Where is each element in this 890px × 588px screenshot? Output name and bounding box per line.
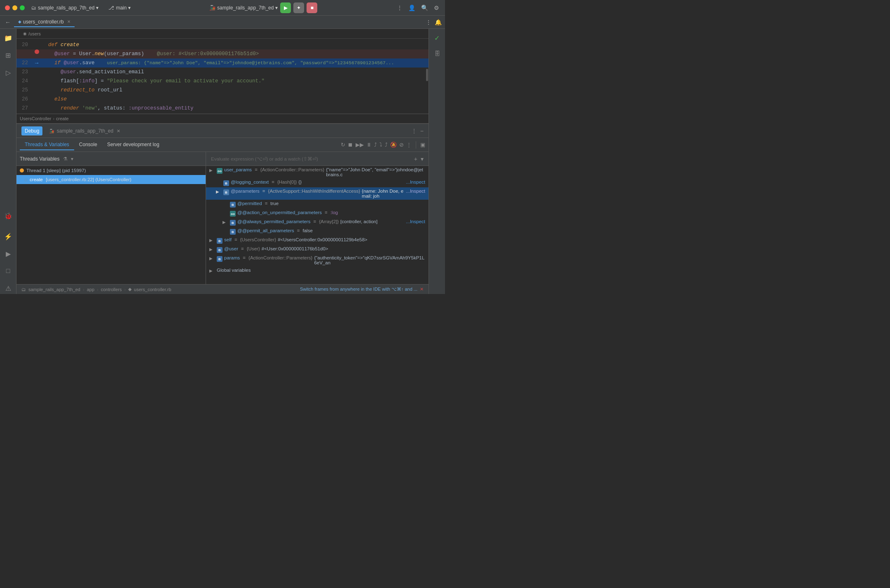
scrollbar-thumb[interactable] [426,69,428,81]
filter-icon[interactable]: ⚗ [63,156,68,162]
code-content-23: @user.send_activation_email [40,68,429,77]
thread-name: Thread 1 [sleep] (pid 15997) [26,168,86,173]
var-icon-params: B [217,256,222,262]
scrollbar-track[interactable] [425,39,429,114]
var-item-logging-context[interactable]: B @logging_context = {Hash[0]} {} ...Ins… [206,178,429,187]
inspect-params[interactable]: ...Inspect [406,189,425,194]
tab-close-icon[interactable]: ✕ [67,19,70,24]
add-watch-icon[interactable]: + [414,156,417,162]
rs-check-icon[interactable]: ✓ [431,32,443,44]
run-button[interactable]: ▶ [280,2,291,13]
search-icon[interactable]: 🔍 [420,4,429,12]
mute-bp-icon[interactable]: 🔕 [390,142,397,148]
debug-tab-more-icon[interactable]: ⋮ [411,128,417,134]
separator [416,141,416,149]
var-expand-always[interactable]: ▶ [222,219,228,224]
rs-database-icon[interactable]: 🗄 [431,48,443,59]
var-item-always-permitted[interactable]: ▶ B @@always_permitted_parameters = {Arr… [206,218,429,227]
right-sidebar: ✓ 🗄 [429,29,445,294]
var-icon-logging: B [223,180,229,186]
tab-options-icon[interactable]: ⋮ [426,19,431,26]
close-button[interactable] [5,5,10,10]
stop-debug-icon[interactable]: ⏹ [348,142,353,148]
line-number-27: 27 [16,104,33,113]
project-icon-status: 🗂 [21,287,26,292]
sidebar-icon-problems[interactable]: ⚠ [2,282,14,294]
hint-close[interactable]: ✕ [420,287,424,292]
expand-icon[interactable]: ▾ [71,156,73,162]
debug-toolbar-right: ↻ ⏹ ▶▶ ⏸ ⤴ ⤵ ⤴ 🔕 ⊘ ⋮ ▣ [341,141,425,149]
var-expand-user[interactable]: ▶ [209,246,215,252]
var-item-parameters[interactable]: ▶ B @parameters = {ActiveSupport::HashWi… [206,187,429,200]
var-item-user-params[interactable]: ▶ oo user_params = {ActionController::Pa… [206,166,429,178]
pause-icon[interactable]: ⏸ [366,142,372,148]
run-project-selector[interactable]: 🚂 sample_rails_app_7th_ed ▾ [209,5,278,11]
code-content-26: else [40,95,429,104]
notifications-icon[interactable]: 🔔 [435,19,442,26]
code-line-24: 24 flash[:info] = "Please check your ema… [16,77,429,86]
step-out-icon[interactable]: ⤴ [385,142,388,148]
status-bar: 🗂 sample_rails_app_7th_ed › app › contro… [16,284,429,294]
var-item-global[interactable]: ▶ Global variables [206,266,429,275]
sidebar-icon-structure[interactable]: ⊞ [2,49,14,61]
var-expand-user-params[interactable]: ▶ [209,167,215,173]
debug-tab-minimize-icon[interactable]: − [420,128,424,134]
server-log-label: Server development log [107,142,159,147]
tab-server-log[interactable]: Server development log [102,140,164,150]
maximize-button[interactable] [20,5,25,10]
var-icon-self: B [217,238,222,244]
sidebar-icon-plugin[interactable]: ⚡ [2,231,14,242]
tab-threads-variables[interactable]: Threads & Variables [20,140,74,150]
debug-session-close[interactable]: ✕ [117,128,120,133]
thread-item[interactable]: Thread 1 [sleep] (pid 15997) [16,166,206,175]
var-item-params[interactable]: ▶ B params = {ActionController::Paramete… [206,254,429,266]
clear-all-icon[interactable]: ⊘ [399,142,404,148]
tab-users-controller[interactable]: ◆ users_controller.rb ✕ [14,17,75,27]
var-item-action-unpermitted[interactable]: oo @@action_on_unpermitted_parameters = … [206,209,429,218]
step-into-icon[interactable]: ⤵ [379,142,382,148]
sidebar-icon-terminal[interactable]: □ [2,265,14,277]
breakpoint-dot[interactable] [35,49,39,54]
code-editor[interactable]: 20 def create @user = User.new(user_para… [16,39,429,114]
account-icon[interactable]: 👤 [408,4,416,12]
back-icon[interactable]: ← [3,19,12,26]
code-content-24: flash[:info] = "Please check your email … [40,77,429,86]
eval-expand-icon[interactable]: ▾ [421,156,424,162]
var-expand-global[interactable]: ▶ [209,268,215,273]
inspect-always[interactable]: ...Inspect [406,219,425,224]
inspect-logging[interactable]: ...Inspect [406,180,425,184]
sidebar-icon-debug[interactable]: 🐞 [2,210,14,222]
layout-icon[interactable]: ▣ [420,142,425,148]
more-options-icon[interactable]: ⋮ [396,4,403,12]
var-expand-params[interactable]: ▶ [209,255,215,261]
debug-more-icon[interactable]: ⋮ [406,142,412,148]
settings-icon[interactable]: ⚙ [433,4,440,12]
copilot-button[interactable]: ✦ [293,2,304,13]
restart-icon[interactable]: ↻ [341,142,345,148]
project-name[interactable]: 🗂 sample_rails_app_7th_ed ▾ [31,5,98,11]
evaluate-placeholder[interactable]: Evaluate expression (⌥⏎) or add a watch … [211,156,318,162]
debug-tab-session[interactable]: 🚂 sample_rails_app_7th_ed ✕ [46,126,123,135]
frame-method: create [30,177,43,182]
branch-name[interactable]: ⎇ main ▾ [108,5,131,11]
var-icon-permit: B [230,229,236,235]
step-over-up-icon[interactable]: ⤴ [374,142,377,148]
sidebar-icon-run[interactable]: ▷ [2,67,14,78]
resume-icon[interactable]: ▶▶ [356,142,364,148]
code-line-20: 20 def create [16,40,429,49]
sidebar-icon-play[interactable]: ▶ [2,248,14,259]
var-item-permitted[interactable]: B @permitted = true [206,200,429,209]
sidebar-icon-project[interactable]: 📁 [2,32,14,44]
run-project-chevron-icon: ▾ [275,5,278,11]
var-expand-self[interactable]: ▶ [209,237,215,243]
tab-console[interactable]: Console [74,140,102,150]
var-expand-parameters[interactable]: ▶ [216,189,222,194]
frame-item-selected[interactable]: □ create [users_controller.rb:22] (Users… [16,175,206,184]
code-line-21: @user = User.new(user_params) @user: #<U… [16,49,429,58]
var-item-user[interactable]: ▶ B @user = {User} #<User:0x00000001176b… [206,245,429,254]
minimize-button[interactable] [12,5,17,10]
stop-button[interactable]: ■ [307,2,317,13]
var-item-self[interactable]: ▶ B self = {UsersController} #<UsersCont… [206,236,429,245]
debug-tab-main[interactable]: Debug [21,126,42,135]
var-item-permit-all[interactable]: B @@permit_all_parameters = false [206,227,429,236]
